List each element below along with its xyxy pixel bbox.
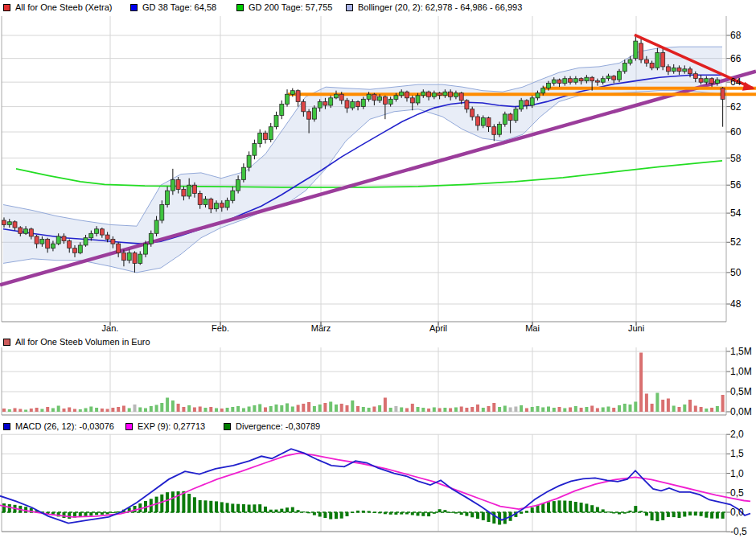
price-chart (0, 16, 756, 326)
x-axis-label: März (311, 323, 331, 333)
price-tick-label: 50 (730, 267, 741, 278)
legend-item-price: All for One Steeb (Xetra) (3, 2, 112, 12)
gd38-swatch (130, 4, 138, 11)
x-axis-label: Feb. (212, 323, 229, 333)
legend-item-gd38: GD 38 Tage: 64,58 (130, 2, 216, 12)
macd-swatch (3, 423, 10, 430)
legend-label: EXP (9): 0,27713 (138, 421, 205, 431)
price-tick-label: 60 (730, 126, 741, 138)
price-tick-label: 68 (730, 30, 741, 41)
price-tick-label: 52 (730, 236, 741, 248)
volume-tick-label: 1,0M (730, 366, 752, 377)
legend-label: Bollinger (20, 2): 62,978 - 64,986 - 66,… (358, 2, 522, 12)
legend-item-exp: EXP (9): 0,27713 (125, 421, 205, 431)
main-chart-legend: All for One Steeb (Xetra) GD 38 Tage: 64… (0, 2, 756, 14)
price-tick-label: 48 (730, 298, 741, 310)
x-axis-label: Juni (628, 323, 644, 333)
price-tick-label: 66 (730, 53, 741, 64)
legend-item-macd: MACD (26, 12): -0,03076 (3, 421, 114, 431)
macd-tick-label: 1,0 (730, 468, 744, 479)
price-swatch (3, 4, 10, 11)
legend-item-gd200: GD 200 Tage: 57,755 (236, 2, 332, 12)
macd-legend: MACD (26, 12): -0,03076 EXP (9): 0,27713… (0, 421, 756, 433)
price-tick-label: 64 (730, 76, 741, 88)
legend-label: MACD (26, 12): -0,03076 (15, 421, 114, 431)
legend-label: GD 38 Tage: 64,58 (142, 2, 216, 12)
legend-label: Divergence: -0,30789 (236, 421, 320, 431)
divergence-swatch (224, 423, 231, 430)
macd-tick-label: 2,0 (730, 429, 744, 440)
x-axis-label: April (429, 323, 447, 333)
volume-tick-label: 0,0M (730, 406, 752, 417)
x-axis-label: Mai (525, 323, 540, 333)
exp-swatch (125, 423, 133, 430)
macd-tick-label: 0,5 (730, 487, 744, 499)
price-tick-label: 62 (730, 101, 741, 113)
x-axis-label: Jan. (102, 323, 119, 333)
volume-tick-label: 0,5M (730, 386, 752, 397)
price-tick-label: 54 (730, 207, 741, 219)
volume-chart (0, 346, 756, 417)
legend-item-bollinger: Bollinger (20, 2): 62,978 - 64,986 - 66,… (346, 2, 522, 12)
macd-tick-label: 1,5 (730, 448, 744, 459)
macd-tick-label: 0,0 (730, 507, 744, 518)
macd-chart (0, 432, 756, 536)
stock-chart-page: { "legend_main": [ {"label":"All for One… (0, 0, 756, 538)
gd200-swatch (236, 4, 244, 11)
bollinger-swatch (346, 4, 353, 11)
volume-tick-label: 1,5M (730, 346, 752, 357)
legend-label: GD 200 Tage: 57,755 (249, 2, 332, 12)
macd-tick-label: -0,5 (730, 526, 747, 537)
volume-swatch (3, 339, 10, 346)
price-tick-label: 58 (730, 153, 741, 164)
price-tick-label: 56 (730, 179, 741, 191)
legend-label: All for One Steeb (Xetra) (15, 2, 112, 12)
legend-item-divergence: Divergence: -0,30789 (224, 421, 320, 431)
